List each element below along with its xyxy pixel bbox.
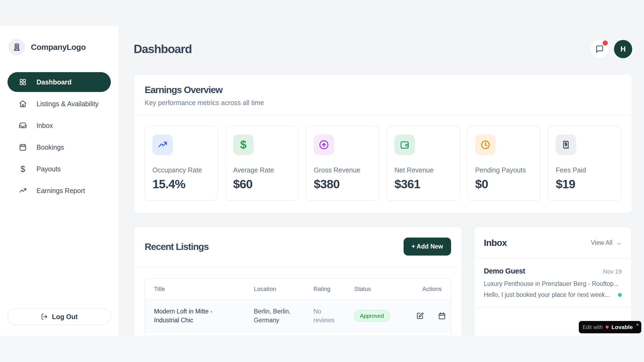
bottom-band (0, 336, 644, 362)
trending-up-icon (19, 187, 27, 195)
logout-icon (41, 313, 48, 320)
message-preview-row: Hello, I just booked your place for next… (484, 291, 622, 298)
sidebar-item-label: Listings & Availability (36, 100, 99, 108)
logout-label: Log Out (52, 313, 78, 321)
sidebar-item-earnings-report[interactable]: Earnings Report (8, 181, 111, 201)
metric-card-net-revenue: Net Revenue $361 (387, 126, 460, 201)
recent-listings-card: Recent Listings + Add New Title Location… (134, 227, 462, 336)
header-actions: H (590, 40, 632, 58)
lovable-brand: Lovable (612, 324, 633, 330)
content-row: Recent Listings + Add New Title Location… (134, 227, 632, 336)
metric-card-average-rate: $ Average Rate $60 (225, 126, 299, 201)
metric-card-occupancy: Occupancy Rate 15.4% (145, 126, 218, 201)
listing-status-cell: Approved (354, 310, 416, 322)
sidebar-item-payouts[interactable]: $ Payouts (8, 159, 111, 179)
unread-dot (618, 293, 622, 297)
logo: CompanyLogo (8, 39, 111, 56)
sidebar-nav: Dashboard Listings & Availability Inb (8, 72, 111, 201)
building-icon (8, 39, 25, 56)
metric-label: Fees Paid (556, 166, 613, 174)
column-header-actions: Actions (422, 286, 442, 293)
metric-label: Average Rate (233, 166, 291, 174)
sidebar-item-inbox[interactable]: Inbox (8, 116, 111, 135)
calendar-icon (19, 143, 27, 151)
chat-button[interactable] (590, 40, 609, 58)
column-header-location: Location (254, 286, 313, 293)
recent-listings-header: Recent Listings + Add New (134, 227, 462, 267)
message-header: Demo Guest Nov 19 (484, 267, 622, 275)
listing-actions (416, 312, 446, 320)
edit-with-lovable-badge[interactable]: Edit with ♥ Lovable × (579, 321, 641, 333)
column-header-title: Title (154, 286, 254, 293)
sidebar-item-bookings[interactable]: Bookings (8, 137, 111, 157)
sidebar-item-label: Dashboard (36, 78, 72, 86)
recent-listings-title: Recent Listings (145, 241, 208, 252)
arrow-right-icon: → (616, 239, 622, 246)
sidebar-item-listings[interactable]: Listings & Availability (8, 94, 111, 114)
metric-card-pending-payouts: Pending Payouts $0 (467, 126, 541, 201)
home-icon (19, 100, 27, 108)
listing-title: Modern Loft in Mitte - Industrial Chic (154, 307, 222, 324)
avatar[interactable]: H (614, 40, 632, 58)
heart-icon: ♥ (605, 324, 609, 330)
message-bubble-icon (595, 45, 604, 53)
metric-card-gross-revenue: Gross Revenue $380 (306, 126, 379, 201)
main-content: Dashboard H Earnings Overview Key perfor… (119, 0, 644, 336)
main-header: Dashboard H (134, 40, 632, 58)
column-header-status: Status (354, 286, 416, 293)
inbox-title: Inbox (484, 238, 507, 248)
dollar-icon: $ (19, 165, 27, 173)
inbox-message-item[interactable]: Demo Guest Nov 19 Luxury Penthouse in Pr… (474, 258, 631, 307)
earnings-header: Earnings Overview Key performance metric… (134, 74, 632, 116)
inbox-header: Inbox View All → (474, 227, 631, 258)
lovable-prefix: Edit with (583, 324, 603, 330)
view-all-label: View All (591, 239, 612, 246)
listings-table: Title Location Rating Status Actions Mod… (145, 278, 451, 336)
circle-arrow-up-icon (314, 135, 334, 155)
edit-icon[interactable] (416, 312, 424, 320)
dollar-icon: $ (233, 135, 254, 155)
message-sender: Demo Guest (484, 267, 525, 275)
metric-label: Pending Payouts (475, 166, 533, 174)
inbox-card: Inbox View All → Demo Guest Nov 19 Luxur… (474, 227, 632, 336)
column-header-rating: Rating (313, 286, 354, 293)
sidebar-item-dashboard[interactable]: Dashboard (8, 72, 111, 92)
earnings-overview-card: Earnings Overview Key performance metric… (134, 74, 632, 213)
message-preview: Hello, I just booked your place for next… (484, 291, 610, 298)
metrics-row: Occupancy Rate 15.4% $ Average Rate $60 (134, 116, 632, 213)
logo-text: CompanyLogo (31, 43, 86, 52)
message-subject: Luxury Penthouse in Prenzlauer Berg - Ro… (484, 280, 622, 287)
metric-value: $19 (556, 177, 613, 191)
page-title: Dashboard (134, 42, 192, 56)
inbox-icon (19, 121, 27, 130)
add-new-button[interactable]: + Add New (404, 238, 451, 256)
metric-value: $380 (314, 177, 371, 191)
grid-icon (19, 78, 27, 86)
metric-label: Net Revenue (394, 166, 452, 174)
status-badge: Approved (354, 310, 390, 322)
app-viewport: CompanyLogo Dashboard Listings & (0, 0, 644, 336)
message-date: Nov 19 (603, 268, 622, 275)
calendar-icon[interactable] (438, 312, 446, 320)
earnings-subtitle: Key performance metrics across all time (145, 99, 621, 107)
notification-dot (603, 40, 608, 46)
metric-value: 15.4% (152, 177, 210, 191)
sidebar: CompanyLogo Dashboard Listings & (0, 26, 119, 336)
metric-card-fees-paid: Fees Paid $19 (548, 126, 621, 201)
close-icon[interactable]: × (636, 322, 639, 328)
listing-rating: No reviews (313, 307, 339, 324)
metric-value: $361 (394, 177, 452, 191)
sidebar-item-label: Payouts (36, 165, 61, 173)
table-row (145, 332, 451, 336)
sidebar-item-label: Earnings Report (36, 187, 85, 195)
earnings-title: Earnings Overview (145, 84, 621, 95)
trending-up-icon (152, 135, 173, 155)
view-all-link[interactable]: View All → (591, 239, 622, 246)
table-row: Modern Loft in Mitte - Industrial Chic B… (145, 300, 451, 332)
sidebar-item-label: Inbox (36, 122, 53, 130)
metric-label: Gross Revenue (314, 166, 371, 174)
metric-value: $0 (475, 177, 533, 191)
wallet-icon (394, 135, 415, 155)
logout-button[interactable]: Log Out (8, 308, 111, 325)
clock-icon (475, 135, 496, 155)
